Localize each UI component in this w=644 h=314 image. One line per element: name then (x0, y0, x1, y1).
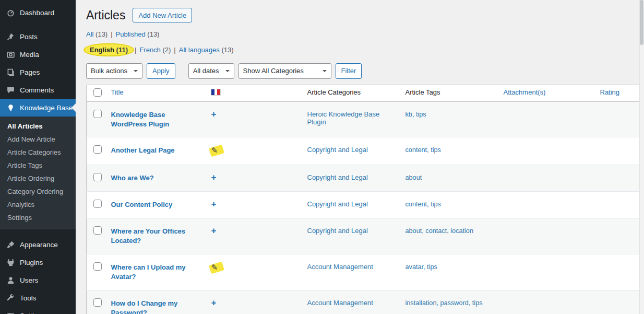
french-flag-icon (211, 89, 220, 95)
add-new-article-button[interactable]: Add New Article (133, 8, 192, 22)
sidebar-item-knowledge-base[interactable]: Knowledge Base (0, 99, 76, 117)
language-filter-all-languages[interactable]: All languages (13) (179, 46, 234, 54)
sidebar-item-media[interactable]: Media (0, 45, 76, 63)
filter-separator: | (135, 46, 136, 54)
filter-separator: | (174, 46, 175, 54)
vertical-scrollbar[interactable] (639, 0, 644, 314)
article-title-link[interactable]: Another Legal Page (111, 146, 175, 155)
column-header-attachments[interactable]: Attachment(s) (504, 88, 546, 96)
sidebar-subitem-settings[interactable]: Settings (0, 211, 76, 224)
sidebar-item-appearance[interactable]: Appearance (0, 236, 76, 253)
row-checkbox[interactable] (93, 226, 102, 235)
column-header-rating[interactable]: Rating (600, 88, 620, 96)
sidebar-subitem-article-ordering[interactable]: Article Ordering (0, 172, 76, 185)
sidebar-menu: DashboardPostsMediaPagesCommentsKnowledg… (0, 4, 76, 314)
table-row: Knowledge Base WordPress Plugin+Heroic K… (87, 101, 644, 137)
add-translation-icon[interactable]: + (211, 173, 217, 181)
sidebar-subitem-analytics[interactable]: Analytics (0, 198, 76, 211)
row-checkbox[interactable] (93, 298, 102, 307)
edit-translation-icon[interactable]: ✎ (211, 146, 224, 156)
article-title-link[interactable]: How do I Change my Password? (111, 299, 201, 314)
sidebar-subitem-article-categories[interactable]: Article Categories (0, 146, 76, 159)
sidebar-item-tools[interactable]: Tools (0, 289, 76, 307)
sidebar-subitem-article-tags[interactable]: Article Tags (0, 159, 76, 172)
sidebar-item-dashboard[interactable]: Dashboard (0, 4, 76, 21)
add-translation-icon[interactable]: + (211, 299, 217, 307)
category-link[interactable]: Copyright and Legal (307, 173, 368, 181)
bulk-actions-select[interactable]: Bulk actions (86, 63, 142, 79)
dates-select[interactable]: All dates (188, 63, 234, 79)
category-link[interactable]: Account Management (307, 263, 373, 271)
category-link[interactable]: Copyright and Legal (307, 200, 368, 208)
tag-links[interactable]: installation, password, tips (406, 299, 483, 307)
sliders-icon (5, 310, 16, 314)
language-filter-english[interactable]: English (11) (86, 45, 132, 55)
add-translation-icon[interactable]: + (211, 200, 217, 208)
article-title-link[interactable]: Where can I Upload my Avatar? (111, 263, 201, 282)
main-content: Articles Add New Article All (13)|Publis… (76, 0, 644, 314)
tag-links[interactable]: content, tips (406, 201, 441, 208)
comment-icon (5, 85, 16, 95)
attachments-cell (498, 254, 595, 290)
rating-cell (595, 254, 644, 290)
tag-links[interactable]: content, tips (406, 146, 441, 154)
tag-links[interactable]: about, contact, location (406, 227, 474, 235)
filter-published[interactable]: Published (13) (116, 30, 160, 38)
attachments-cell (498, 192, 595, 218)
tag-links[interactable]: avatar, tips (406, 263, 437, 271)
sidebar-subitem-category-ordering[interactable]: Category Ordering (0, 185, 76, 198)
category-link[interactable]: Copyright and Legal (307, 227, 368, 235)
article-title-link[interactable]: Where are Your Offices Located? (111, 227, 201, 246)
row-checkbox[interactable] (93, 173, 102, 181)
table-header-row: Title Article Categories Article Tags At… (87, 85, 644, 101)
sidebar-item-label: Pages (20, 68, 40, 76)
rating-cell (595, 165, 644, 192)
categories-select[interactable]: Show All Categories (238, 63, 331, 79)
category-link[interactable]: Copyright and Legal (307, 146, 368, 154)
category-link[interactable]: Account Management (307, 299, 373, 307)
sidebar-item-settings[interactable]: Settings (0, 307, 76, 314)
tag-links[interactable]: about (406, 174, 422, 181)
table-row: Where can I Upload my Avatar?✎Account Ma… (87, 254, 644, 290)
article-title-link[interactable]: Our Content Policy (111, 200, 173, 210)
table-row: Our Content Policy+Copyright and Legalco… (87, 192, 644, 218)
row-checkbox[interactable] (93, 110, 102, 118)
column-header-title[interactable]: Title (111, 88, 124, 96)
select-all-checkbox[interactable] (93, 88, 102, 97)
user-icon (5, 275, 16, 285)
row-checkbox[interactable] (93, 262, 102, 271)
category-link[interactable]: Heroic Knowledge Base Plugin (307, 110, 380, 126)
sidebar-item-label: Knowledge Base (20, 104, 73, 112)
media-icon (5, 49, 16, 60)
attachments-cell (498, 218, 595, 254)
sidebar-item-posts[interactable]: Posts (0, 28, 76, 45)
sidebar-subitem-add-new-article[interactable]: Add New Article (0, 133, 76, 146)
article-title-link[interactable]: Knowledge Base WordPress Plugin (111, 110, 201, 129)
add-translation-icon[interactable]: + (211, 227, 217, 235)
brush-icon (5, 239, 16, 250)
apply-button[interactable]: Apply (147, 63, 175, 79)
edit-translation-icon[interactable]: ✎ (211, 263, 224, 273)
sidebar-item-users[interactable]: Users (0, 271, 76, 289)
row-checkbox[interactable] (93, 200, 102, 208)
page-header: Articles Add New Article (86, 8, 644, 22)
table-row: Who are We?+Copyright and Legalabout (87, 165, 644, 192)
sidebar-item-label: Dashboard (20, 9, 54, 17)
language-filter-french[interactable]: French (2) (139, 46, 171, 54)
article-title-link[interactable]: Who are We? (111, 173, 154, 183)
wordpress-admin-screen: DashboardPostsMediaPagesCommentsKnowledg… (0, 0, 644, 314)
filter-button[interactable]: Filter (336, 63, 362, 79)
add-translation-icon[interactable]: + (211, 110, 217, 118)
rating-cell (595, 290, 644, 314)
admin-sidebar: DashboardPostsMediaPagesCommentsKnowledg… (0, 0, 76, 314)
row-checkbox[interactable] (93, 145, 102, 154)
filter-all[interactable]: All (13) (86, 30, 108, 38)
sidebar-item-plugins[interactable]: Plugins (0, 253, 76, 271)
scrollbar-thumb[interactable] (640, 0, 643, 45)
bulk-actions-label: Bulk actions (91, 67, 127, 75)
rating-cell (595, 101, 644, 137)
sidebar-item-pages[interactable]: Pages (0, 63, 76, 81)
tag-links[interactable]: kb, tips (406, 111, 426, 118)
sidebar-item-comments[interactable]: Comments (0, 81, 76, 99)
sidebar-subitem-all-articles[interactable]: All Articles (0, 120, 76, 133)
